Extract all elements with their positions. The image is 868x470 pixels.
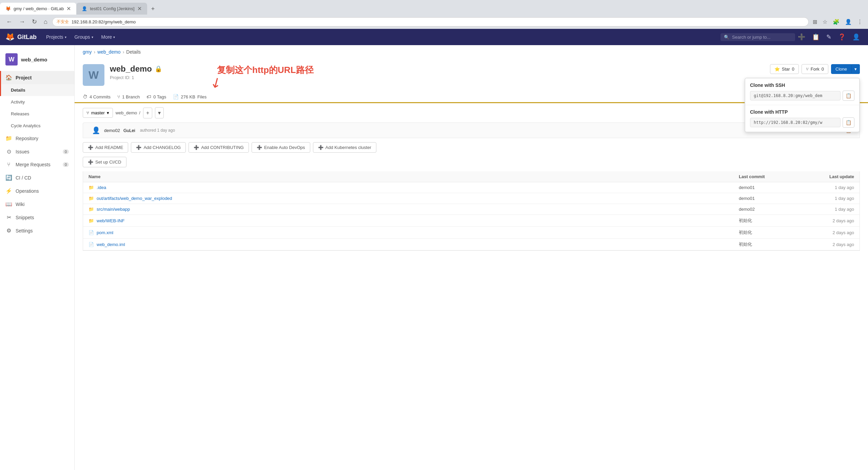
clone-main-button[interactable]: Clone (831, 64, 851, 74)
back-button[interactable]: ← (4, 17, 14, 27)
help-button[interactable]: ❓ (835, 31, 848, 43)
sidebar-item-project[interactable]: 🏠 Project (0, 71, 74, 84)
add-contributing-button[interactable]: ➕ Add CONTRIBUTING (189, 142, 249, 153)
add-readme-button[interactable]: ➕ Add README (83, 142, 128, 153)
sidebar-item-issues[interactable]: ⊙ Issues 0 (0, 145, 74, 158)
security-warning: 不安全 (57, 19, 69, 25)
sidebar-item-releases[interactable]: Releases (0, 108, 74, 120)
address-bar[interactable]: 不安全 192.168.8.20:82/gmy/web_demo (52, 17, 809, 26)
sidebar-snippets-label: Snippets (16, 215, 34, 220)
copy-ssh-button[interactable]: 📋 (843, 91, 854, 101)
sidebar-item-activity[interactable]: Activity (0, 96, 74, 108)
file-commit-3: 初始化 (739, 218, 807, 224)
tab2-close-icon[interactable]: ✕ (137, 5, 142, 12)
add-kubernetes-button[interactable]: ➕ Add Kubernetes cluster (313, 142, 376, 153)
clone-dropdown: Clone with SSH git@192.168.8.20:gmy/web_… (745, 78, 860, 132)
fork-button[interactable]: ⑂ Fork 0 (802, 64, 828, 74)
home-button[interactable]: ⌂ (42, 17, 50, 27)
bookmark-button[interactable]: ☆ (821, 17, 829, 26)
branch-chevron: ▾ (107, 110, 109, 115)
sidebar-nav: 🏠 Project Details Activity Releases Cycl… (0, 71, 74, 237)
file-name-artifacts[interactable]: 📁 out/artifacts/web_demo_war_exploded (88, 196, 739, 201)
setup-cicd-button[interactable]: ➕ Set up CI/CD (83, 157, 126, 167)
table-row: 📁 out/artifacts/web_demo_war_exploded de… (83, 193, 860, 204)
sidebar-item-details[interactable]: Details (0, 84, 74, 96)
file-name-webapp[interactable]: 📁 src/main/webapp (88, 207, 739, 212)
file-path: web_demo / (116, 110, 140, 115)
wiki-icon: 📖 (5, 201, 12, 207)
add-changelog-label: Add CHANGELOG (143, 145, 181, 150)
active-tab[interactable]: 🦊 gmy / web_demo · GitLab ✕ (0, 3, 76, 15)
todos-button[interactable]: ✎ (824, 31, 834, 43)
clone-dropdown-button[interactable]: ▾ (851, 64, 860, 74)
search-placeholder: Search or jump to... (732, 35, 770, 40)
action-buttons: ➕ Add README ➕ Add CHANGELOG ➕ Add CONTR… (75, 138, 868, 157)
new-tab-button[interactable]: + (147, 3, 159, 15)
sidebar-item-settings[interactable]: ⚙ Settings (0, 224, 74, 237)
project-name: web_demo (110, 64, 152, 74)
stat-tags[interactable]: 🏷 0 Tags (146, 94, 166, 99)
nav-groups[interactable]: Groups ▾ (71, 32, 97, 42)
forward-button[interactable]: → (17, 17, 27, 27)
reload-button[interactable]: ↻ (30, 17, 39, 27)
repository-icon: 📁 (5, 135, 12, 142)
file-commit-2: demo02 (739, 207, 807, 212)
issues-button[interactable]: 📋 (809, 31, 822, 43)
operations-icon: ⚡ (5, 188, 12, 194)
new-item-button[interactable]: ➕ (795, 31, 808, 43)
branch-name: master (91, 110, 105, 115)
sidebar-item-snippets[interactable]: ✂ Snippets (0, 211, 74, 224)
sidebar-item-cicd[interactable]: 🔄 CI / CD (0, 171, 74, 184)
breadcrumb-web-demo[interactable]: web_demo (97, 49, 121, 55)
setup-cicd-label: Set up CI/CD (95, 159, 121, 165)
user-button[interactable]: 👤 (850, 31, 863, 43)
search-box[interactable]: 🔍 Search or jump to... (721, 33, 795, 41)
breadcrumb-gmy[interactable]: gmy (83, 49, 92, 55)
settings-icon: ⚙ (5, 227, 12, 234)
enable-autodevops-button[interactable]: ➕ Enable Auto DevOps (252, 142, 310, 153)
clone-ssh-url[interactable]: git@192.168.8.20:gmy/web_dem (750, 91, 841, 100)
add-contributing-label: Add CONTRIBUTING (201, 145, 244, 150)
inactive-tab[interactable]: 👤 test01 Config [Jenkins] ✕ (76, 3, 147, 15)
extensions-button[interactable]: 🧩 (831, 17, 841, 26)
more-options-button[interactable]: ▾ (155, 107, 164, 118)
col-update: Last update (807, 174, 854, 179)
file-name-iml[interactable]: 📄 web_demo.iml (88, 242, 739, 247)
sidebar-item-cycle-analytics[interactable]: Cycle Analytics (0, 120, 74, 132)
add-file-button[interactable]: + (143, 108, 152, 118)
nav-projects[interactable]: Projects ▾ (42, 32, 71, 42)
file-name-webinf[interactable]: 📁 web/WEB-INF (88, 218, 739, 223)
gitlab-logo[interactable]: 🦊 GitLab (5, 33, 37, 41)
account-button[interactable]: 👤 (844, 17, 853, 26)
project-header: W web_demo 🔒 Project ID: 1 ⭐ Star 0 ⑂ Fo… (75, 59, 868, 91)
translate-button[interactable]: ⊞ (811, 17, 818, 26)
sidebar-item-merge-requests[interactable]: ⑂ Merge Requests 0 (0, 158, 74, 171)
sidebar-item-wiki[interactable]: 📖 Wiki (0, 198, 74, 211)
commit-time: authored 1 day ago (140, 128, 175, 133)
tab-favicon: 🦊 (5, 6, 11, 11)
issues-icon: ⊙ (5, 148, 12, 155)
tab-close-icon[interactable]: ✕ (66, 5, 71, 12)
file-time-2: 1 day ago (807, 207, 854, 212)
branch-selector[interactable]: ⑂ master ▾ (83, 108, 113, 118)
sidebar-item-operations[interactable]: ⚡ Operations (0, 184, 74, 198)
nav-more[interactable]: More ▾ (97, 32, 119, 42)
file-time-5: 2 days ago (807, 242, 854, 247)
add-changelog-button[interactable]: ➕ Add CHANGELOG (131, 142, 186, 153)
stat-size[interactable]: 📄 276 KB Files (173, 94, 206, 99)
sidebar-item-repository[interactable]: 📁 Repository (0, 132, 74, 145)
main-layout: W web_demo 🏠 Project Details Activity Re… (0, 45, 868, 470)
stat-branches[interactable]: ⑂ 1 Branch (117, 94, 140, 99)
copy-http-button[interactable]: 📋 (843, 117, 854, 128)
more-chevron: ▾ (113, 35, 115, 39)
star-button[interactable]: ⭐ Star 0 (770, 64, 799, 74)
clone-http-section: Clone with HTTP http://192.168.8.20:82/g… (745, 105, 859, 132)
file-name-idea[interactable]: 📁 .idea (88, 185, 739, 190)
folder-icon: 📁 (88, 185, 94, 190)
stat-commits[interactable]: ⏱ 4 Commits (83, 94, 111, 99)
sidebar-header: W web_demo (0, 51, 74, 71)
file-name-pomxml[interactable]: 📄 pom.xml (88, 230, 739, 235)
star-icon: ⭐ (774, 67, 780, 72)
clone-http-url[interactable]: http://192.168.8.20:82/gmy/w (750, 118, 841, 127)
menu-button[interactable]: ⋮ (856, 17, 864, 26)
